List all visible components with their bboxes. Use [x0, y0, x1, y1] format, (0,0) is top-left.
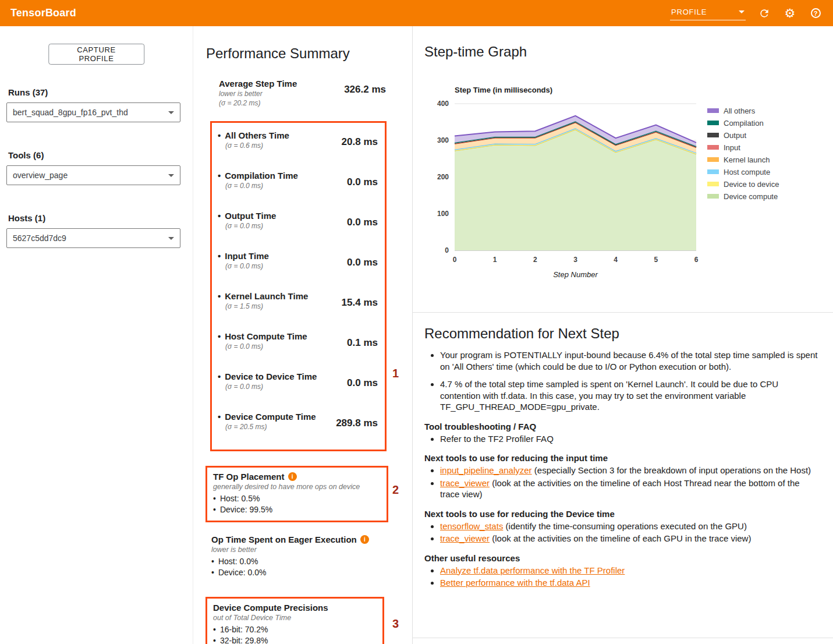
eager-execution-list: Host: 0.0%Device: 0.0%	[211, 556, 387, 578]
annotation-number-1: 1	[392, 367, 399, 380]
legend-swatch	[707, 169, 719, 174]
recommendation-link[interactable]: Analyze tf.data performance with the TF …	[440, 565, 625, 575]
recommendation-link[interactable]: tensorflow_stats	[440, 521, 503, 531]
list-item: 16-bit: 70.2%	[213, 624, 377, 635]
reload-icon[interactable]	[757, 6, 771, 20]
recommendation-item: trace_viewer (look at the activities on …	[440, 477, 819, 500]
recommendation-subheading: Next tools to use for reducing the input…	[424, 453, 819, 463]
capture-profile-button[interactable]: CAPTURE PROFILE	[48, 44, 145, 65]
legend-item: Device compute	[707, 192, 779, 201]
recommendation-item: Better performance with the tf.data API	[440, 577, 819, 589]
svg-text:400: 400	[437, 100, 449, 108]
annotation-number-2: 2	[392, 483, 399, 497]
hosts-select[interactable]: 5627c5dd7dc9	[6, 228, 180, 248]
metric-sigma: (σ = 0.0 ms)	[225, 342, 307, 351]
recommendation-link[interactable]: Better performance with the tf.data API	[440, 578, 590, 588]
recommendation-subsections: Tool troubleshooting / FAQRefer to the T…	[424, 422, 819, 589]
svg-text:Step Number: Step Number	[553, 270, 598, 279]
average-step-time-label: Average Step Time	[219, 79, 297, 89]
dashboard-select-value: PROFILE	[671, 8, 707, 16]
tf-op-placement-list: Host: 0.5%Device: 99.5%	[213, 493, 381, 515]
metric-row: Device to Device Time (σ = 0.0 ms) 0.0 m…	[218, 371, 378, 412]
legend-label: Input	[724, 143, 740, 152]
recommendation-bullet: 4.7 % of the total step time sampled is …	[440, 378, 819, 413]
metric-row: All Others Time (σ = 0.6 ms) 20.8 ms	[218, 130, 378, 171]
legend-swatch	[707, 194, 719, 199]
hosts-label: Hosts (1)	[6, 213, 180, 223]
recommendation-bullets: Your program is POTENTIALLY input-bound …	[424, 349, 819, 413]
metric-value: 15.4 ms	[342, 291, 378, 331]
legend-label: Host compute	[724, 168, 770, 176]
runs-label: Runs (37)	[6, 87, 180, 97]
recommendation-link[interactable]: input_pipeline_analyzer	[440, 465, 532, 475]
legend-label: Device to device	[724, 180, 779, 189]
svg-text:2: 2	[533, 256, 537, 264]
legend-swatch	[707, 108, 719, 113]
dashboard-select[interactable]: PROFILE	[670, 6, 746, 20]
info-icon[interactable]	[360, 535, 369, 544]
legend-swatch	[707, 133, 719, 137]
list-item: 32-bit: 29.8%	[213, 635, 377, 644]
metric-value: 20.8 ms	[342, 130, 378, 171]
metric-row: Compilation Time (σ = 0.0 ms) 0.0 ms	[218, 171, 378, 211]
legend-item: Output	[707, 130, 779, 140]
svg-text:6: 6	[694, 256, 699, 264]
recommendation-subheading: Tool troubleshooting / FAQ	[424, 422, 819, 431]
legend-swatch	[707, 182, 719, 186]
metric-label: Device Compute Time	[218, 412, 316, 422]
recommendation-subheading: Next tools to use for reducing the Devic…	[424, 509, 819, 519]
app-title: TensorBoard	[10, 7, 76, 19]
info-icon[interactable]	[288, 472, 297, 481]
svg-text:3: 3	[573, 256, 577, 264]
legend-label: Device compute	[724, 192, 778, 201]
legend-label: All others	[724, 107, 755, 115]
runs-select-value: bert_squad_8gpu_fp16_pvt_thd	[13, 108, 128, 117]
recommendation-list: Analyze tf.data performance with the TF …	[424, 565, 819, 589]
legend-item: Compilation	[707, 118, 779, 128]
tools-select[interactable]: overview_page	[6, 165, 180, 185]
metric-label: Device to Device Time	[218, 371, 317, 381]
recommendation-section: Recommendation for Next Step Your progra…	[413, 313, 833, 638]
legend-item: All others	[707, 106, 779, 115]
list-item: Device: 99.5%	[213, 504, 381, 515]
recommendation-link[interactable]: trace_viewer	[440, 478, 490, 488]
legend-label: Kernel launch	[724, 155, 770, 164]
svg-text:300: 300	[437, 136, 449, 144]
average-step-time-sigma: (σ = 20.2 ms)	[219, 99, 297, 107]
eager-execution-note: lower is better	[211, 546, 387, 554]
svg-text:4: 4	[614, 256, 618, 264]
metric-sigma: (σ = 0.0 ms)	[225, 262, 269, 270]
legend-swatch	[707, 121, 719, 125]
header-actions: PROFILE ⚙	[670, 6, 823, 20]
recommendation-link[interactable]: trace_viewer	[440, 533, 490, 543]
sidebar: CAPTURE PROFILE Runs (37) bert_squad_8gp…	[0, 26, 193, 644]
average-step-time-row: Average Step Time lower is better (σ = 2…	[219, 79, 386, 107]
metric-value: 0.0 ms	[347, 371, 378, 412]
legend-swatch	[707, 145, 719, 150]
help-icon[interactable]	[809, 6, 823, 20]
recommendation-subheading: Other useful resources	[424, 553, 819, 563]
metric-label: Kernel Launch Time	[218, 291, 308, 301]
metric-sigma: (σ = 0.6 ms)	[225, 141, 289, 150]
settings-gear-icon[interactable]: ⚙	[783, 6, 797, 20]
metric-sigma: (σ = 1.5 ms)	[225, 302, 308, 310]
performance-summary-title: Performance Summary	[193, 26, 412, 62]
metric-sigma: (σ = 0.0 ms)	[225, 182, 298, 190]
svg-text:100: 100	[437, 210, 449, 218]
legend-label: Compilation	[724, 119, 764, 128]
svg-text:0: 0	[445, 246, 449, 254]
svg-text:1: 1	[493, 256, 497, 264]
recommendation-list: tensorflow_stats (identify the time-cons…	[424, 521, 819, 544]
annotation-number-3: 3	[392, 617, 399, 631]
chevron-down-icon	[168, 174, 174, 177]
legend-item: Input	[707, 143, 779, 152]
metric-row: Host Compute Time (σ = 0.0 ms) 0.1 ms	[218, 331, 378, 371]
runs-select[interactable]: bert_squad_8gpu_fp16_pvt_thd	[6, 102, 180, 122]
chart-row: 01002003004000123456Step Number All othe…	[424, 98, 833, 284]
metric-value: 0.0 ms	[347, 251, 378, 291]
list-item: Host: 0.5%	[213, 493, 381, 504]
performance-summary-panel: Performance Summary Average Step Time lo…	[193, 26, 412, 644]
chevron-down-icon	[168, 111, 174, 114]
recommendation-list: input_pipeline_analyzer (especially Sect…	[424, 465, 819, 500]
legend-swatch	[707, 157, 719, 162]
